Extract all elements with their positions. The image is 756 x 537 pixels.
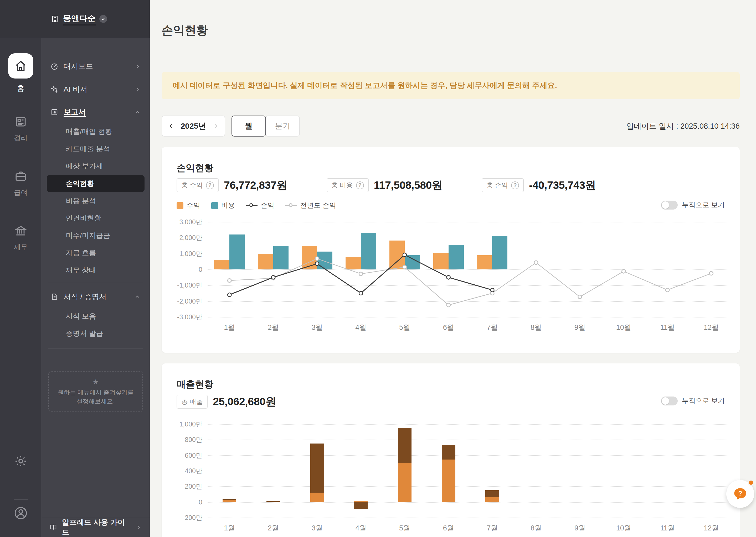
sidebar-subitem[interactable]: 증명서 발급 [47,325,145,342]
toggle-switch[interactable] [661,396,678,405]
x-tick-label: 10월 [616,323,631,332]
chevron-right-icon [134,86,141,93]
prev-year-button[interactable] [167,122,175,130]
help-icon[interactable]: ? [511,182,519,189]
toggle-knob [662,397,669,405]
rail-item-payroll[interactable]: 급여 [0,170,41,197]
x-tick-label: 6월 [443,323,454,332]
sidebar-subitem[interactable]: 손익현황 [47,175,145,192]
menu-label: 서식 / 증명서 [64,292,129,302]
briefcase-icon [14,170,27,184]
period-month-button[interactable]: 월 [232,115,266,137]
y-tick-label: -1,000만 [177,281,202,290]
divider [48,283,143,283]
star-icon: ★ [52,377,140,386]
sidebar-subitem[interactable]: 비용 분석 [47,192,145,209]
menu-ai-assistant[interactable]: AI 비서 [47,80,145,99]
sidebar-subitem[interactable]: 인건비현황 [47,210,145,227]
settings-button[interactable] [0,454,41,469]
home-icon [8,53,33,78]
sidebar-subitem[interactable]: 서식 모음 [47,308,145,325]
help-icon[interactable]: ? [206,182,214,189]
sidebar-subitem[interactable]: 재무 상태 [47,262,145,279]
summary-stats: 총 수익 ? 76,772,837원 총 비용 ? 117,508,580원 총… [177,178,596,192]
legend-label: 손익 [261,201,274,210]
x-axis-labels: 1월2월3월4월5월6월7월8월9월10월11월12월 [207,523,733,533]
sidebar-subitem[interactable]: 매출/매입 현황 [47,123,145,140]
x-axis-labels: 1월2월3월4월5월6월7월8월9월10월11월12월 [207,323,733,332]
legend-label: 수익 [187,201,200,210]
cumulative-toggle[interactable]: 누적으로 보기 [661,200,725,210]
verified-check-icon [99,15,107,23]
bank-icon [14,224,27,238]
toggle-switch[interactable] [661,201,678,210]
rail-item-ledger[interactable]: 경리 [0,115,41,143]
chevron-right-icon [135,524,142,531]
menu-dashboard[interactable]: 대시보드 [47,57,145,76]
sales-card: 매출현황 총 매출 25,062,680원 누적으로 보기 1,000만800만… [161,363,740,537]
legend-label: 전년도 손익 [300,201,336,210]
rail-label: 급여 [14,188,27,197]
stat-label: 총 비용 [332,181,353,189]
stat-total-profit: 총 손익 ? -40,735,743원 [482,178,596,192]
x-tick-label: 3월 [312,523,323,533]
profile-button[interactable] [0,506,41,521]
sidebar-subitem[interactable]: 미수/미지급금 [47,227,145,244]
menu-forms-certificates[interactable]: 서식 / 증명서 [47,287,145,306]
help-icon[interactable]: ? [356,182,364,189]
menu-reports[interactable]: 보고서 [47,103,145,122]
y-tick-label: 2,000만 [179,233,202,242]
guide-link[interactable]: 알프레드 사용 가이드 [41,517,150,537]
sidebar-subitem[interactable]: 자금 흐름 [47,244,145,261]
ledger-icon [14,115,27,129]
svg-text:?: ? [738,490,742,497]
y-tick-label: 800만 [185,435,202,444]
y-tick-label: -2,000만 [177,297,202,306]
x-tick-label: 12월 [704,523,719,533]
building-icon [51,15,59,23]
sidebar-subitem[interactable]: 카드매출 분석 [47,141,145,157]
chart-plot [207,424,733,517]
rail-nav: 홈 경리 급여 [0,38,41,537]
toggle-knob [662,201,669,209]
stat-badge: 총 수익 ? [177,178,219,192]
sales-chart: 1,000만800만600만400만200만0-200만 1월2월3월4월5월6… [207,424,733,517]
sidebar-subitem[interactable]: 예상 부가세 [47,158,145,175]
x-tick-label: 11월 [660,323,675,332]
rail-divider [14,499,28,500]
stat-badge: 총 매출 [177,395,207,409]
toggle-label: 누적으로 보기 [682,200,725,210]
favorites-hint: ★ 원하는 메뉴에서 즐겨찾기를 설정해보세요. [48,371,143,412]
dashboard-icon [50,62,58,70]
y-tick-label: -200만 [183,514,202,522]
x-tick-label: 4월 [355,323,366,332]
chat-bubble-icon: ? [733,487,747,501]
x-tick-label: 1월 [224,523,235,533]
stat-value: 76,772,837원 [224,178,287,192]
sidebar: 뭉앤다순 홈 경리 [0,0,150,537]
company-switcher[interactable]: 뭉앤다순 [0,0,150,38]
y-axis-labels: 3,000만2,000만1,000만0-1,000만-2,000만-3,000만 [163,222,202,317]
x-tick-label: 5월 [399,323,410,332]
x-tick-label: 8월 [531,523,542,533]
rail-item-home[interactable]: 홈 [0,53,41,93]
card-title: 매출현황 [177,378,213,391]
stat-label: 총 손익 [486,181,508,189]
year-label: 2025년 [181,121,206,132]
x-tick-label: 2월 [268,523,279,533]
stat-badge: 총 손익 ? [482,178,524,192]
toggle-label: 누적으로 보기 [682,396,725,405]
chevron-right-icon [134,63,141,70]
x-tick-label: 12월 [704,323,719,332]
x-tick-label: 7월 [487,523,498,533]
legend-line-marker [286,202,297,209]
legend-item: 수익 [177,201,200,210]
next-year-button[interactable] [212,122,219,130]
period-quarter-button[interactable]: 분기 [265,115,300,137]
cumulative-toggle[interactable]: 누적으로 보기 [661,396,725,405]
stat-value: 25,062,680원 [213,394,276,409]
rail-item-tax[interactable]: 세무 [0,224,41,252]
summary-stats: 총 매출 25,062,680원 [177,394,276,409]
year-selector: 2025년 [161,115,225,137]
stat-badge: 총 비용 ? [327,178,369,192]
